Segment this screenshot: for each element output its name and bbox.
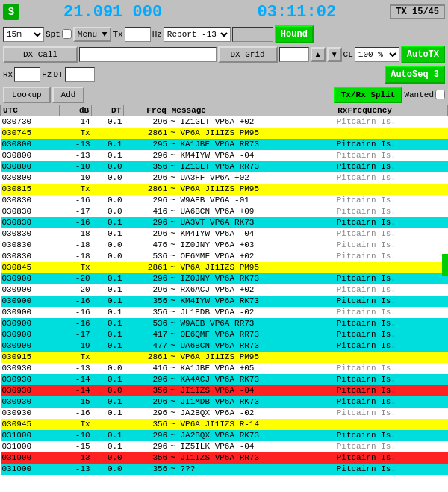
table-row[interactable]: 030830 -18 0.1 296 ~ KM4IYW VP6A -04 Pit… (1, 228, 448, 240)
cell-freq: 296 (124, 430, 169, 441)
table-row[interactable]: 030945 Tx 356 ~ VP6A JI1IZS R-14 (1, 419, 448, 430)
rx-freq-input[interactable]: 356 (14, 67, 40, 82)
cell-dt: 0.1 (92, 116, 124, 128)
table-row[interactable]: 030915 Tx 2861 ~ VP6A JI1IZS PM95 (1, 352, 448, 363)
cell-db: -13 (59, 452, 91, 464)
hound-button[interactable]: Hound (275, 25, 314, 43)
table-row[interactable]: 030900 -17 0.1 417 ~ OE6QMF VP6A RR73 Pi… (1, 329, 448, 340)
cl-select[interactable]: 100 % (355, 47, 399, 62)
cell-db: -16 (59, 408, 91, 419)
dx-grid-button[interactable]: DX Grid (218, 46, 278, 63)
table-row[interactable]: 030930 -13 0.0 416 ~ KA1JBE VP6A +05 Pit… (1, 363, 448, 374)
cell-freq: 296 (124, 441, 169, 452)
table-row[interactable]: 030900 -19 0.1 477 ~ UA6BCN VP6A RR73 Pi… (1, 340, 448, 352)
table-row[interactable]: 031000 -15 0.1 296 ~ IZ5ILK VP6A -04 Pit… (1, 441, 448, 452)
table-row[interactable]: 031000 -13 0.0 356 ~ JI1IZS VP6A RR73 Pi… (1, 452, 448, 464)
dx-call-field[interactable] (79, 47, 217, 62)
cell-utc: 030900 (1, 284, 60, 296)
dx-grid-field[interactable] (279, 47, 309, 62)
cell-rxfreq: Pitcairn Is. (335, 217, 448, 228)
table-row[interactable]: 030900 -16 0.1 356 ~ KM4IYW VP6A RK73 Pi… (1, 296, 448, 307)
cell-rxfreq: Pitcairn Is. (335, 150, 448, 161)
report-select[interactable]: Report -13 (164, 27, 231, 42)
green-indicator (442, 254, 448, 276)
cell-rxfreq: Pitcairn Is. (335, 296, 448, 307)
table-row[interactable]: 030930 -15 0.1 296 ~ JI1MDB VP6A RK73 Pi… (1, 396, 448, 408)
table-row[interactable]: 031000 -10 0.1 296 ~ JA2BQX VP6A RK73 Pi… (1, 430, 448, 441)
band-select[interactable]: 15m (3, 27, 44, 42)
table-row[interactable]: 030900 -16 0.1 356 ~ JL1EDB VP6A -02 Pit… (1, 307, 448, 318)
table-row[interactable]: 031000 -13 0.0 356 ~ ??? Pitcairn Is. (1, 464, 448, 475)
table-row[interactable]: 030815 Tx 2861 ~ VP6A JI1IZS PM95 (1, 184, 448, 195)
cell-rxfreq: Pitcairn Is. (335, 385, 448, 396)
txrx-split-button[interactable]: Tx/Rx Split (334, 87, 403, 103)
rx-unit-label: Hz (42, 70, 52, 79)
col-msg: Message (169, 105, 335, 116)
table-row[interactable]: 030900 -20 0.1 296 ~ IZ0JNY VP6A RK73 Pi… (1, 273, 448, 284)
cell-dt: 0.1 (92, 150, 124, 161)
cell-dt: 0.1 (92, 139, 124, 150)
table-row[interactable]: 030830 -18 0.0 476 ~ IZ0JNY VP6A +03 Pit… (1, 240, 448, 251)
cell-dt: 0.0 (92, 464, 124, 475)
table-row[interactable]: 030930 -16 0.1 296 ~ JA2BQX VP6A -02 Pit… (1, 408, 448, 419)
cell-msg: ~ JA2BQX VP6A RK73 (169, 430, 335, 441)
table-row[interactable]: 030845 Tx 2861 ~ VP6A JI1IZS PM95 (1, 262, 448, 273)
cell-db: -14 (59, 385, 91, 396)
arrow-up-button[interactable]: ▲ (311, 47, 326, 62)
cell-rxfreq (335, 419, 448, 430)
table-row[interactable]: 030830 -16 0.0 296 ~ W9AEB VP6A -01 Pitc… (1, 195, 448, 206)
cell-utc: 030900 (1, 318, 60, 329)
cell-rxfreq: Pitcairn Is. (335, 441, 448, 452)
cell-utc: 030900 (1, 296, 60, 307)
cell-rxfreq: Pitcairn Is. (335, 139, 448, 150)
cell-db: -13 (59, 139, 91, 150)
cell-msg: ~ JL1EDB VP6A -02 (169, 307, 335, 318)
cell-dt: 0.0 (92, 161, 124, 172)
spt-checkbox[interactable] (62, 29, 72, 39)
table-row[interactable]: 030800 -13 0.1 296 ~ KM4IYW VP6A -04 Pit… (1, 150, 448, 161)
cell-freq: 356 (124, 307, 169, 318)
table-row[interactable]: 030830 -18 0.0 536 ~ OE6MMF VP6A +02 Pit… (1, 251, 448, 262)
table-row[interactable]: 030930 -14 0.1 296 ~ KA4ACJ VP6A RK73 Pi… (1, 374, 448, 385)
table-row[interactable]: 030800 -10 0.0 296 ~ UA3FF VP6A +02 Pitc… (1, 172, 448, 184)
autotx-button[interactable]: AutoTX (401, 46, 445, 63)
autoseq-button[interactable]: AutoSeq 3 (385, 66, 445, 84)
lookup-button[interactable]: Lookup (3, 87, 51, 103)
cell-freq: 476 (124, 240, 169, 251)
table-row[interactable]: 030930 -14 0.0 356 ~ JI1IZS VP6A -04 Pit… (1, 385, 448, 396)
cell-msg: ~ KM4IYW VP6A RK73 (169, 296, 335, 307)
cell-db: -16 (59, 296, 91, 307)
arrow-down-button[interactable]: ▼ (327, 47, 342, 62)
cell-freq: 417 (124, 329, 169, 340)
dt-input[interactable]: 0.0 s (65, 67, 95, 82)
wanted-checkbox[interactable] (435, 90, 445, 99)
menu-button[interactable]: Menu ▼ (73, 27, 112, 42)
cell-freq: 356 (124, 161, 169, 172)
cell-freq: 296 (124, 150, 169, 161)
cell-db: -10 (59, 161, 91, 172)
cell-msg: ~ ??? (169, 464, 335, 475)
dx-call-button[interactable]: DX Call (3, 46, 78, 63)
table-row[interactable]: 030800 -10 0.0 356 ~ IZ1GLT VP6A RR73 Pi… (1, 161, 448, 172)
tx-freq-input[interactable]: 356 (125, 27, 151, 42)
cell-msg: ~ OE6MMF VP6A +02 (169, 251, 335, 262)
cell-freq: 296 (124, 408, 169, 419)
table-row[interactable]: 030830 -16 0.1 296 ~ UA3VT VP6A RK73 Pit… (1, 217, 448, 228)
table-row[interactable]: 030745 Tx 2861 ~ VP6A JI1IZS PM95 (1, 128, 448, 139)
table-row[interactable]: 030730 -14 0.1 296 ~ IZ1GLT VP6A +02 Pit… (1, 116, 448, 128)
table-row[interactable]: 030900 -16 0.1 536 ~ W9AEB VP6A RR73 Pit… (1, 318, 448, 329)
cell-utc: 030930 (1, 374, 60, 385)
cell-msg: ~ KA1JBE VP6A +05 (169, 363, 335, 374)
table-row[interactable]: 030830 -17 0.0 416 ~ UA6BCN VP6A +09 Pit… (1, 206, 448, 217)
table-row[interactable]: 030900 -20 0.1 296 ~ RX6ACJ VP6A +02 Pit… (1, 284, 448, 296)
cell-utc: 030830 (1, 251, 60, 262)
cell-utc: 030800 (1, 161, 60, 172)
cell-dt: 0.1 (92, 273, 124, 284)
cell-freq: 536 (124, 318, 169, 329)
table-row[interactable]: 030800 -13 0.1 295 ~ KA1JBE VP6A RR73 Pi… (1, 139, 448, 150)
cell-utc: 030900 (1, 273, 60, 284)
cell-freq: 356 (124, 419, 169, 430)
add-button[interactable]: Add (52, 87, 85, 103)
cell-msg: ~ KA4ACJ VP6A RK73 (169, 374, 335, 385)
cell-freq: 2861 (124, 128, 169, 139)
